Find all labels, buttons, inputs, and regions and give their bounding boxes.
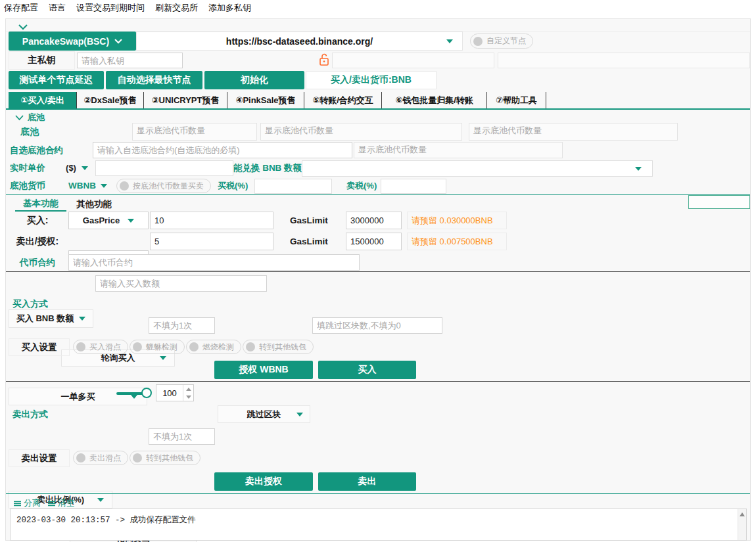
- clear-log-link[interactable]: 清空: [48, 497, 75, 509]
- pool-label: 底池: [20, 123, 39, 141]
- trade-by-pool-amount-toggle[interactable]: 按底池代币数量买卖: [116, 179, 211, 193]
- sell-tax-field[interactable]: [381, 179, 446, 194]
- sell-gas-limit-label: GasLimit: [290, 233, 328, 250]
- chevron-down-icon: [79, 317, 85, 321]
- tab-transfer-contract[interactable]: ⑤转账/合约交互: [304, 92, 382, 108]
- sell-approve-button[interactable]: 卖出授权: [214, 472, 313, 491]
- buy-amount-input[interactable]: [95, 275, 267, 292]
- pool-amount-display-3[interactable]: 显示底池代币数量: [469, 123, 678, 141]
- tab-basic-functions[interactable]: 基本功能: [15, 197, 66, 212]
- multi-sell-count-input[interactable]: [149, 428, 215, 445]
- section-divider: [6, 194, 750, 195]
- trade-currency-label: 买入/卖出货币:BNB: [306, 71, 437, 89]
- transfer-to-other-wallet-toggle[interactable]: 转到其他钱包: [243, 340, 314, 354]
- wallet-address-field[interactable]: [332, 53, 494, 68]
- pool-section-title: 底池: [28, 112, 45, 124]
- pool-section-collapse[interactable]: 底池: [15, 112, 45, 124]
- tab-help-tools[interactable]: ⑦帮助工具: [487, 92, 546, 108]
- tab-other-functions[interactable]: 其他功能: [74, 197, 114, 212]
- chevron-down-icon: [101, 184, 107, 188]
- list-icon: [14, 501, 21, 507]
- realtime-price-field[interactable]: [95, 160, 233, 176]
- menu-item-add-private-keys[interactable]: 添加多私钥: [208, 2, 251, 14]
- buy-button[interactable]: 买入: [318, 361, 416, 379]
- pool-currency-label: 底池货币: [10, 177, 45, 194]
- exchange-select-button[interactable]: PancakeSwap(BSC): [9, 32, 136, 51]
- log-output[interactable]: 2023-03-30 20:13:57 -> 成功保存配置文件: [10, 508, 747, 541]
- spinner-down-icon[interactable]: [183, 393, 193, 401]
- buy-tax-label: 买税(%): [218, 177, 248, 194]
- tab-buy-sell[interactable]: ①买入/卖出: [9, 92, 77, 108]
- auto-select-fastest-node-button[interactable]: 自动选择最快节点: [106, 71, 202, 89]
- focused-empty-input[interactable]: [688, 195, 750, 209]
- toggle-off-dot: [133, 453, 142, 463]
- sell-gas-price-input[interactable]: [150, 233, 273, 250]
- convertible-bnb-select[interactable]: [302, 160, 653, 177]
- menu-item-save-config[interactable]: 保存配置: [4, 2, 38, 14]
- unlock-icon[interactable]: [319, 53, 329, 69]
- chevron-down-icon: [635, 167, 642, 171]
- custom-node-label: 自定义节点: [486, 35, 526, 47]
- sell-ratio-input[interactable]: [156, 385, 183, 401]
- buy-gas-limit-input[interactable]: [346, 212, 402, 229]
- tab-wallet-collect[interactable]: ⑥钱包批量归集/转账: [382, 92, 487, 108]
- buy-gas-price-input[interactable]: [150, 212, 273, 229]
- custom-pool-contract-input[interactable]: [93, 142, 352, 158]
- skip-block-dropdown[interactable]: 跳过区块: [218, 405, 310, 423]
- divider-dark: [6, 271, 750, 272]
- tab-dxsale[interactable]: ②DxSale预售: [77, 92, 144, 108]
- chevron-down-icon: [114, 39, 122, 44]
- toggle-off-dot: [246, 342, 255, 351]
- sell-transfer-to-other-wallet-toggle[interactable]: 转到其他钱包: [130, 451, 201, 465]
- initialize-button[interactable]: 初始化: [204, 71, 304, 89]
- scroll-up-icon[interactable]: [740, 512, 745, 516]
- honeypot-check-toggle[interactable]: 貔貅检测: [130, 340, 185, 354]
- buy-reserve-note: 请预留 0.030000BNB: [407, 212, 507, 229]
- private-key-label: 主私钥: [9, 51, 75, 70]
- chevron-down-icon: [97, 498, 104, 502]
- token-contract-label: 代币合约: [9, 254, 66, 271]
- exchange-name: PancakeSwap(BSC): [22, 36, 109, 47]
- custom-node-toggle[interactable]: 自定义节点: [470, 34, 533, 49]
- menubar: 保存配置 语言 设置交易到期时间 刷新交易所 添加多私钥: [0, 0, 756, 16]
- buy-gas-price-dropdown[interactable]: GasPrice: [68, 212, 149, 229]
- sell-slippage-toggle[interactable]: 卖出滑点: [73, 451, 128, 465]
- menu-item-language[interactable]: 语言: [49, 2, 66, 14]
- price-unit-dropdown[interactable]: ($): [60, 160, 94, 176]
- buy-slippage-toggle[interactable]: 买入滑点: [73, 340, 128, 354]
- log-scrollbar[interactable]: [738, 509, 746, 540]
- menu-item-refresh-exchange[interactable]: 刷新交易所: [155, 2, 198, 14]
- pool-amount-display-2[interactable]: 显示底池代币数量: [260, 123, 462, 141]
- sell-gas-limit-input[interactable]: [346, 233, 402, 250]
- chevron-down-icon: [160, 356, 166, 360]
- approve-wbnb-button[interactable]: 授权 WBNB: [214, 361, 313, 379]
- menu-item-expiry-time[interactable]: 设置交易到期时间: [76, 2, 145, 14]
- private-key-input[interactable]: [77, 53, 183, 68]
- pool-amount-display-1[interactable]: 显示底池代币数量: [132, 123, 257, 141]
- sell-reserve-note: 请预留 0.007500BNB: [407, 233, 507, 250]
- toggle-off-dot: [189, 342, 199, 351]
- sell-ratio-slider-handle[interactable]: [141, 388, 152, 398]
- buy-tax-field[interactable]: [254, 179, 332, 194]
- chevron-down-icon: [128, 219, 134, 223]
- toggle-off-dot: [133, 342, 142, 351]
- buy-gas-limit-label: GasLimit: [290, 212, 328, 229]
- test-node-latency-button[interactable]: 测试单个节点延迟: [9, 71, 104, 89]
- skip-block-input[interactable]: [312, 317, 442, 334]
- toggle-off-dot: [76, 342, 85, 351]
- token-contract-input[interactable]: [68, 254, 360, 271]
- sell-button[interactable]: 卖出: [318, 472, 416, 491]
- pool-currency-dropdown[interactable]: WBNB: [68, 177, 107, 194]
- multi-buy-count-input[interactable]: [149, 317, 215, 334]
- tab-pinksale[interactable]: ④PinkSale预售: [227, 92, 304, 108]
- sell-settings-label: 卖出设置: [9, 449, 70, 467]
- node-url-select[interactable]: https://bsc-dataseed.binance.org/: [136, 32, 463, 51]
- tab-unicrypt[interactable]: ③UNICRYPT预售: [144, 92, 227, 108]
- pool-amount-display-4[interactable]: 显示底池代币数量: [354, 142, 563, 158]
- multi-buy-dropdown[interactable]: 一单多买: [9, 388, 147, 405]
- sell-ratio-spinner: [156, 384, 194, 401]
- wallet-balance-field[interactable]: [498, 53, 750, 68]
- burn-check-toggle[interactable]: 燃烧检测: [186, 340, 241, 354]
- detach-log-link[interactable]: 分离: [14, 497, 41, 509]
- spinner-up-icon[interactable]: [183, 385, 193, 393]
